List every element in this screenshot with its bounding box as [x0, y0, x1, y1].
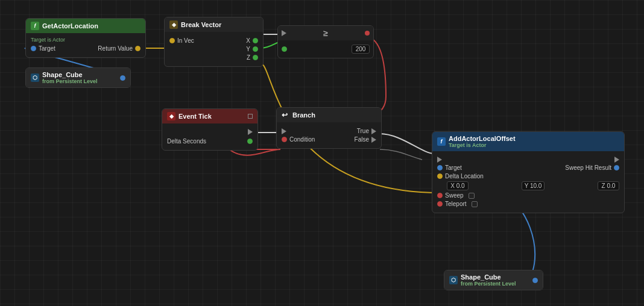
exec-out-tick[interactable]: [248, 129, 253, 135]
pin-right-sweep-hit: Sweep Hit Result: [565, 164, 619, 171]
pin-return-dot[interactable]: [135, 46, 140, 51]
pin-sweep-hit-label: Sweep Hit Result: [565, 164, 611, 171]
node-header-get-actor-location: f GetActorLocation: [26, 19, 145, 33]
exec-out-math: [365, 31, 370, 36]
pin-sweep-dot[interactable]: [437, 193, 443, 198]
node-title-get-actor-location: GetActorLocation: [42, 22, 98, 30]
sweep-checkbox[interactable]: [469, 193, 475, 199]
branch-icon: ↩: [282, 111, 288, 119]
pin-target-dot[interactable]: [31, 46, 36, 51]
pin-y-dot[interactable]: [253, 46, 258, 52]
pin-row-condition: Condition False: [282, 136, 376, 143]
pin-row-target-add: Target Sweep Hit Result: [437, 164, 619, 171]
node-body-branch: True Condition False: [277, 122, 381, 148]
pin-row-teleport: Teleport: [437, 201, 619, 207]
actor-icon-2: ⬡: [449, 276, 458, 284]
pin-left-target-add: Target: [437, 164, 462, 171]
pin-x-dot[interactable]: [253, 38, 258, 43]
pin-teleport-label: Teleport: [445, 201, 467, 207]
pin-cube2-dot[interactable]: [532, 278, 538, 283]
shape-cube-1-info: Shape_Cube from Persistent Level: [42, 71, 98, 84]
pin-delta-loc-dot[interactable]: [437, 173, 443, 179]
event-tick-right: [248, 114, 253, 119]
node-header-break-vector: ◈ Break Vector: [165, 17, 263, 32]
node-body-get-actor-location: Target is Actor Target Return Value: [26, 33, 145, 57]
pin-target-label: Target: [39, 45, 55, 52]
delta-z-input[interactable]: Z 0.0: [598, 181, 619, 190]
delta-y-value: 10.0: [530, 183, 541, 189]
exec-true-pin[interactable]: [371, 128, 376, 134]
node-header-shape-cube-2: ⬡ Shape_Cube from Persistent Level: [444, 270, 543, 290]
pin-return-label: Return Value: [98, 45, 133, 52]
shape-cube-2-subtitle: from Persistent Level: [461, 281, 516, 287]
pin-target-add-dot[interactable]: [437, 165, 443, 170]
pin-row-exec-out-tick: [167, 129, 253, 136]
math-value-input[interactable]: 200: [352, 45, 370, 54]
node-header-shape-cube-1: ⬡ Shape_Cube from Persistent Level: [26, 68, 130, 87]
pin-right-cube2: [532, 278, 538, 283]
exec-pin-in[interactable]: [282, 30, 286, 36]
node-header-add-actor: f AddActorLocalOffset Target is Actor: [432, 132, 624, 151]
add-actor-title: AddActorLocalOffset: [449, 135, 516, 142]
shape-cube-2-info: Shape_Cube from Persistent Level: [461, 273, 516, 287]
pin-right-z: Z: [247, 54, 258, 61]
pin-invec-dot[interactable]: [169, 38, 175, 43]
pin-right-x: X: [246, 37, 258, 44]
exec-out-red[interactable]: [365, 31, 370, 36]
exec-false-out: False: [355, 136, 376, 143]
node-body-math: 200: [278, 40, 373, 58]
pin-target-add-label: Target: [445, 164, 462, 171]
func-icon-add-actor: f: [437, 137, 446, 146]
pin-left-green-in: [282, 46, 287, 52]
pin-invec-label: In Vec: [177, 37, 194, 44]
pin-left-target: Target: [31, 45, 55, 52]
pin-right-cube1: [120, 75, 125, 81]
add-actor-info: AddActorLocalOffset Target is Actor: [449, 135, 516, 148]
node-body-event-tick: Delta Seconds: [162, 123, 257, 150]
exec-out-add[interactable]: [614, 157, 619, 163]
pin-y-label: Y: [246, 46, 250, 52]
node-body-break-vector: In Vec X Y Z: [165, 32, 263, 66]
node-math-compare: ≥ 200: [277, 25, 374, 58]
pin-z-label: Z: [247, 54, 250, 61]
pin-condition-label: Condition: [289, 136, 315, 143]
node-body-add-actor: Target Sweep Hit Result Delta Location X…: [432, 151, 624, 213]
pin-z-dot[interactable]: [253, 55, 258, 60]
struct-icon: ◈: [169, 20, 178, 29]
add-actor-subtitle: Target is Actor: [449, 142, 516, 148]
node-branch: ↩ Branch True Condition False: [276, 107, 382, 149]
pin-row-green-in: 200: [282, 45, 370, 54]
teleport-checkbox[interactable]: [472, 201, 478, 207]
pin-delta-loc-label: Delta Location: [445, 173, 484, 180]
pin-row-delta-loc: Delta Location: [437, 173, 619, 180]
pin-row-delta-inputs: X 0.0 Y 10.0 Z 0.0: [447, 181, 619, 190]
node-add-actor-local-offset: f AddActorLocalOffset Target is Actor Ta…: [432, 131, 625, 213]
node-event-tick: ◆ Event Tick Delta Seconds: [162, 108, 258, 151]
node-get-actor-location: f GetActorLocation Target is Actor Targe…: [25, 18, 146, 58]
pin-left-condition: Condition: [282, 136, 315, 143]
pin-row-exec-add: [437, 157, 619, 163]
exec-true-out: True: [357, 128, 376, 134]
pin-sweep-hit-dot[interactable]: [614, 165, 619, 170]
node-subtitle-get-actor-location: Target is Actor: [31, 37, 140, 43]
shape-cube-1-title: Shape_Cube: [42, 71, 98, 78]
pin-teleport-dot[interactable]: [437, 201, 443, 207]
pin-right-value: 200: [352, 45, 370, 54]
exec-in-add[interactable]: [437, 157, 442, 163]
node-title-event-tick: Event Tick: [178, 113, 212, 120]
pin-row-y: Y: [169, 46, 258, 52]
pin-green-in-dot[interactable]: [282, 46, 287, 52]
pin-x-label: X: [246, 37, 250, 44]
pin-delta-dot[interactable]: [247, 139, 253, 144]
pin-condition-dot[interactable]: [282, 137, 287, 142]
delta-y-input[interactable]: Y 10.0: [522, 181, 545, 190]
delta-z-value: 0.0: [607, 183, 615, 189]
pin-cube1-dot[interactable]: [120, 75, 125, 81]
delta-x-input[interactable]: X 0.0: [447, 181, 469, 190]
exec-false-pin[interactable]: [371, 137, 376, 143]
exec-branch-in[interactable]: [282, 128, 286, 134]
event-icon: ◆: [167, 112, 175, 120]
pin-sweep-label: Sweep: [445, 192, 464, 199]
pin-left-sweep: Sweep: [437, 192, 475, 199]
pin-row-sweep: Sweep: [437, 192, 619, 199]
